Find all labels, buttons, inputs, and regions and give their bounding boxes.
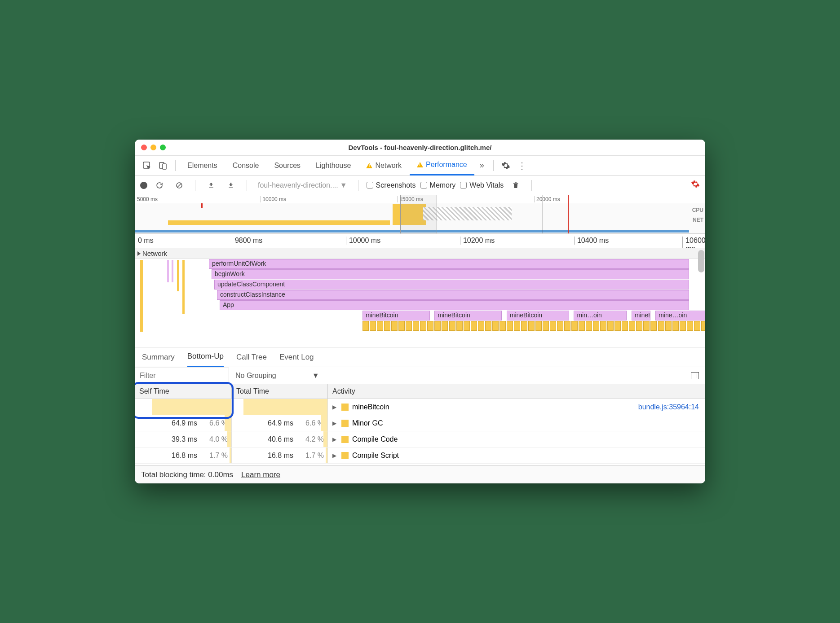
tab-event-log[interactable]: Event Log	[279, 347, 314, 367]
tab-performance-label: Performance	[426, 161, 467, 169]
svg-rect-2	[163, 164, 166, 169]
overview-strip[interactable]: 5000 ms 10000 ms 15000 ms 20000 ms CPU N…	[135, 195, 705, 234]
devtools-window: DevTools - foul-heavenly-direction.glitc…	[135, 140, 705, 483]
tab-summary[interactable]: Summary	[142, 347, 175, 367]
flame-bar[interactable]: min…oin	[574, 311, 627, 320]
kebab-menu-icon[interactable]: ⋮	[514, 158, 530, 173]
flame-bar[interactable]: mineBitcoin	[434, 311, 502, 320]
tab-call-tree[interactable]: Call Tree	[236, 347, 267, 367]
inspect-icon[interactable]	[139, 158, 155, 173]
ruler-tick: 9800 ms	[232, 237, 262, 245]
bottom-up-table: Self Time Total Time Activity 798.9 ms81…	[135, 384, 705, 465]
tab-console[interactable]: Console	[225, 156, 266, 175]
flame-bar[interactable]: performUnitOfWork	[209, 259, 689, 269]
chevron-down-icon: ▼	[340, 181, 347, 189]
upload-icon[interactable]	[203, 178, 219, 193]
main-tabbar: Elements Console Sources Lighthouse Netw…	[135, 156, 705, 175]
table-row[interactable]: 798.9 ms81.7 %860.7 ms88.1 %▶mineBitcoin…	[135, 399, 705, 415]
table-row[interactable]: 16.8 ms1.7 %16.8 ms1.7 %▶Compile Script	[135, 448, 705, 464]
flame-bar[interactable]: constructClassInstance	[217, 290, 689, 300]
titlebar: DevTools - foul-heavenly-direction.glitc…	[135, 140, 705, 156]
chevron-down-icon: ▼	[312, 372, 319, 380]
timeline-ruler[interactable]: 0 ms9800 ms10000 ms10200 ms10400 ms10600…	[135, 234, 705, 248]
network-track-header[interactable]: Network	[135, 248, 705, 259]
webvitals-checkbox[interactable]: Web Vitals	[460, 181, 504, 189]
more-tabs-button[interactable]: »	[475, 161, 489, 170]
flame-bar[interactable]: mineBitcoin	[363, 311, 430, 320]
window-title: DevTools - foul-heavenly-direction.glitc…	[135, 144, 705, 151]
trash-icon[interactable]	[508, 178, 523, 193]
download-icon[interactable]	[223, 178, 239, 193]
expand-icon	[137, 251, 141, 256]
tab-lighthouse[interactable]: Lighthouse	[309, 156, 358, 175]
minimize-window-button[interactable]	[150, 145, 156, 150]
ruler-tick: 10000 ms	[346, 237, 380, 245]
flame-bar[interactable]: mine…oin	[655, 311, 705, 320]
blocking-time-label: Total blocking time: 0.00ms	[141, 470, 233, 479]
maximize-window-button[interactable]	[160, 145, 166, 150]
col-activity[interactable]: Activity	[328, 387, 705, 395]
grouping-select[interactable]: No Grouping ▼	[229, 372, 326, 380]
profile-label: foul-heavenly-direction....	[258, 181, 338, 189]
ruler-tick: 10200 ms	[460, 237, 495, 245]
overview-tick: 5000 ms	[135, 196, 260, 202]
filter-row: No Grouping ▼	[135, 367, 705, 384]
warning-icon	[417, 162, 423, 167]
toggle-sidebar-icon[interactable]	[691, 372, 699, 379]
table-row[interactable]: 39.3 ms4.0 %40.6 ms4.2 %▶Compile Code	[135, 431, 705, 448]
source-link[interactable]: bundle.js:35964:14	[638, 403, 699, 411]
status-bar: Total blocking time: 0.00ms Learn more	[135, 465, 705, 483]
svg-rect-6	[229, 187, 233, 188]
record-button[interactable]	[140, 182, 147, 189]
flame-chart[interactable]: Network performUnitOfWorkbeginWorkupdate…	[135, 248, 705, 347]
cpu-label: CPU	[692, 205, 703, 215]
overview-tick: 20000 ms	[534, 196, 671, 202]
flame-bar[interactable]: beginWork	[212, 269, 689, 279]
screenshots-checkbox[interactable]: Screenshots	[367, 181, 416, 189]
filter-input[interactable]	[135, 368, 229, 384]
flame-bar[interactable]: updateClassComponent	[214, 280, 689, 290]
ruler-tick: 10400 ms	[574, 237, 609, 245]
warning-icon	[366, 163, 372, 168]
learn-more-link[interactable]: Learn more	[241, 470, 280, 479]
profile-selector[interactable]: foul-heavenly-direction.... ▼	[255, 181, 350, 189]
traffic-lights	[141, 145, 166, 150]
clear-button[interactable]	[172, 178, 187, 193]
ruler-tick: 0 ms	[135, 237, 154, 245]
capture-settings-icon[interactable]	[691, 180, 700, 191]
table-row[interactable]: 64.9 ms6.6 %64.9 ms6.6 %▶Minor GC	[135, 415, 705, 431]
overview-tick: 10000 ms	[260, 196, 397, 202]
col-total-time[interactable]: Total Time	[232, 384, 328, 399]
tab-network[interactable]: Network	[359, 156, 409, 175]
svg-rect-5	[209, 187, 213, 188]
detail-tabs: Summary Bottom-Up Call Tree Event Log	[135, 347, 705, 367]
col-self-time[interactable]: Self Time	[135, 384, 232, 399]
net-label: NET	[692, 215, 703, 225]
tab-sources[interactable]: Sources	[267, 156, 308, 175]
flame-bar[interactable]: mineBitcoin	[632, 311, 651, 320]
scrollbar[interactable]	[698, 250, 704, 272]
close-window-button[interactable]	[141, 145, 147, 150]
tab-elements[interactable]: Elements	[180, 156, 225, 175]
svg-line-4	[177, 183, 181, 187]
settings-icon[interactable]	[498, 158, 513, 173]
tab-network-label: Network	[375, 162, 402, 170]
tab-performance[interactable]: Performance	[410, 156, 474, 175]
flame-bar[interactable]: mineBitcoin	[507, 311, 569, 320]
memory-checkbox[interactable]: Memory	[420, 181, 456, 189]
perf-toolbar: foul-heavenly-direction.... ▼ Screenshot…	[135, 175, 705, 195]
device-toggle-icon[interactable]	[155, 158, 171, 173]
reload-button[interactable]	[152, 178, 167, 193]
tab-bottom-up[interactable]: Bottom-Up	[187, 347, 224, 367]
flame-bar[interactable]: App	[220, 300, 689, 310]
